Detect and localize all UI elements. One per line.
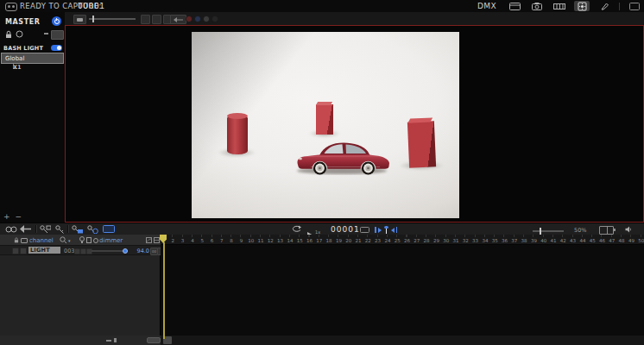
panel-icon[interactable] <box>86 237 92 243</box>
blue-dot-icon[interactable] <box>194 16 201 22</box>
panel-resize-handle[interactable] <box>147 337 161 343</box>
row-height-icon[interactable] <box>106 340 111 342</box>
track-height-icon[interactable] <box>599 226 614 235</box>
view-mode-1-icon[interactable] <box>141 15 150 24</box>
ruler-frame-number: 41 <box>551 238 557 243</box>
record-dot-icon[interactable] <box>186 16 193 22</box>
delete-keyframe-icon[interactable] <box>20 225 33 234</box>
frame-counter-caret-icon[interactable]: ▾ <box>356 228 358 233</box>
expand-panel-icon[interactable] <box>154 237 160 243</box>
opacity-toggle-icon[interactable] <box>73 15 86 24</box>
red-toy-car <box>294 135 394 176</box>
channel-name-cell[interactable]: LIGHT <box>28 247 60 254</box>
ruler-frame-number: 44 <box>579 238 585 243</box>
timeline-track-area[interactable] <box>161 245 644 336</box>
live-view-image <box>192 32 459 218</box>
ruler-frame-number: 47 <box>609 238 615 243</box>
graph-view-icon[interactable] <box>146 237 152 243</box>
in-point-icon[interactable] <box>378 228 382 233</box>
dot-icon[interactable] <box>93 238 98 243</box>
channel-option-2[interactable] <box>80 248 86 254</box>
keyframe-all-icon[interactable] <box>40 225 51 234</box>
workspace-label: DMX <box>477 2 496 10</box>
red-block-center-prop <box>316 104 333 135</box>
frame-ruler[interactable]: 2345678910111213141516171819202122232425… <box>161 235 644 245</box>
channel-row-light[interactable]: LIGHT 003 94.0 00 <box>0 246 161 255</box>
dimmer-slider-thumb[interactable] <box>123 248 128 254</box>
ruler-frame-number: 27 <box>414 238 420 243</box>
ruler-frame-number: 14 <box>287 238 293 243</box>
audio-mute-icon[interactable] <box>625 226 632 233</box>
light-group-toggle[interactable] <box>51 45 62 51</box>
ruler-frame-number: 7 <box>220 238 224 243</box>
dmx-preview-icon[interactable] <box>103 225 115 234</box>
timeline-scrollbar[interactable] <box>161 336 644 345</box>
tree-item-x1[interactable]: X1 <box>0 63 65 72</box>
ruler-frame-number: 10 <box>248 238 254 243</box>
out-point-bar-icon[interactable] <box>396 227 398 233</box>
playhead-marker-icon[interactable] <box>384 226 388 234</box>
timeline-zoom-thumb[interactable] <box>540 228 541 235</box>
dmx-address[interactable]: 003 <box>64 248 74 254</box>
animation-workspace-icon[interactable] <box>507 1 522 11</box>
lighting-workspace-icon[interactable] <box>574 1 590 11</box>
key-light-on-icon[interactable] <box>72 225 83 234</box>
scrollbar-thumb[interactable] <box>163 336 172 344</box>
cinematography-workspace-icon[interactable] <box>529 1 545 11</box>
dragonframe-dmx-window: READY TO CAPTURE: 00001 DMX <box>0 0 644 345</box>
monitor-column-icon[interactable] <box>21 238 28 243</box>
editing-workspace-icon[interactable] <box>552 1 567 11</box>
tree-item-global-label: Global <box>2 55 24 62</box>
bottom-bar <box>0 336 644 345</box>
ruler-frame-number: 18 <box>326 238 332 243</box>
add-light-button[interactable]: + <box>3 213 10 221</box>
dimmer-slider-track[interactable] <box>92 250 128 252</box>
test-light-icon[interactable] <box>16 30 23 38</box>
key-light-fade-icon[interactable] <box>87 225 98 234</box>
ruler-frame-number: 23 <box>375 238 381 243</box>
ruler-frame-number: 25 <box>395 238 401 243</box>
view-mode-2-icon[interactable] <box>152 15 161 24</box>
row-compact-icon[interactable] <box>114 338 117 342</box>
channel-column-label[interactable]: channel <box>29 237 54 244</box>
remove-light-button[interactable]: − <box>16 213 22 221</box>
gray-dot-icon[interactable] <box>203 16 210 22</box>
ruler-frame-number: 36 <box>502 238 508 243</box>
ruler-frame-number: 11 <box>258 238 264 243</box>
search-caret-icon[interactable]: ▾ <box>68 238 71 243</box>
master-fade-slider[interactable] <box>51 30 64 40</box>
dimmer-value[interactable]: 94.0 <box>129 248 149 254</box>
frame-display-icon[interactable] <box>360 227 369 233</box>
red-cylinder-prop <box>227 115 248 154</box>
ruler-frame-number: 20 <box>345 238 351 243</box>
dimmer-column-label[interactable]: dimmer <box>99 237 123 244</box>
loop-icon[interactable] <box>292 225 302 233</box>
master-panel-title: MASTER <box>5 18 41 26</box>
window-icon[interactable] <box>627 1 642 11</box>
search-icon[interactable] <box>60 236 67 244</box>
viewport-toolbar <box>65 12 644 25</box>
channel-monitor-checkbox[interactable] <box>20 248 27 254</box>
out-point-icon[interactable] <box>391 228 395 233</box>
onion-skin-slider-thumb[interactable] <box>92 16 94 22</box>
timeline-zoom-slider[interactable] <box>533 230 564 232</box>
ruler-frame-number: 46 <box>599 238 605 243</box>
lock-icon[interactable] <box>5 30 12 39</box>
dark-dot-icon[interactable] <box>212 16 218 22</box>
ruler-frame-number: 34 <box>482 238 488 243</box>
chain-link-icon[interactable] <box>5 225 17 234</box>
playhead-line <box>163 242 165 339</box>
in-point-bar-icon[interactable] <box>375 227 376 233</box>
channel-option-1[interactable] <box>74 248 80 254</box>
ruler-frame-number: 19 <box>336 238 342 243</box>
bulb-icon[interactable] <box>79 236 85 244</box>
power-icon[interactable] <box>52 16 61 26</box>
lock-column-icon[interactable] <box>14 237 19 243</box>
keyframe-icon[interactable] <box>55 225 65 234</box>
red-block-right-prop <box>407 121 436 167</box>
channel-enable-checkbox[interactable] <box>12 248 19 254</box>
step-back-icon[interactable] <box>170 15 186 24</box>
onion-skin-slider[interactable] <box>89 18 136 20</box>
view-mode-buttons <box>141 15 173 24</box>
audio-workspace-icon[interactable] <box>597 1 612 11</box>
